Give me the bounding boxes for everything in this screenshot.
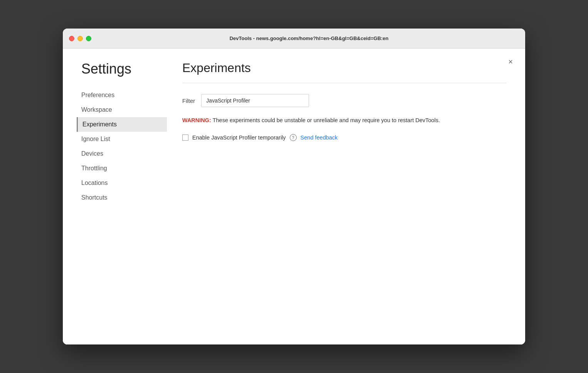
- warning-box: WARNING: These experiments could be unst…: [182, 116, 460, 125]
- sidebar: Settings Preferences Workspace Experimen…: [63, 49, 167, 344]
- close-traffic-light[interactable]: [69, 36, 74, 41]
- sidebar-item-workspace[interactable]: Workspace: [81, 102, 167, 117]
- sidebar-item-experiments[interactable]: Experiments: [77, 117, 167, 132]
- title-bar: DevTools - news.google.com/home?hl=en-GB…: [63, 29, 525, 49]
- experiment-checkbox[interactable]: [182, 134, 188, 141]
- experiment-label: Enable JavaScript Profiler temporarily: [192, 134, 286, 141]
- send-feedback-link[interactable]: Send feedback: [301, 134, 338, 141]
- browser-title: DevTools - news.google.com/home?hl=en-GB…: [99, 35, 519, 41]
- filter-label: Filter: [182, 97, 195, 104]
- filter-row: Filter: [182, 94, 507, 107]
- minimize-traffic-light[interactable]: [77, 36, 83, 41]
- warning-label: WARNING:: [182, 117, 211, 123]
- filter-input[interactable]: [201, 94, 309, 107]
- browser-window: DevTools - news.google.com/home?hl=en-GB…: [63, 29, 525, 344]
- sidebar-item-throttling[interactable]: Throttling: [81, 161, 167, 176]
- settings-title: Settings: [81, 61, 167, 77]
- experiment-row: Enable JavaScript Profiler temporarily ?…: [182, 134, 507, 141]
- section-divider: [182, 83, 507, 83]
- sidebar-item-locations[interactable]: Locations: [81, 176, 167, 190]
- settings-dialog: Settings Preferences Workspace Experimen…: [63, 49, 525, 344]
- sidebar-item-preferences[interactable]: Preferences: [81, 88, 167, 102]
- warning-text: These experiments could be unstable or u…: [213, 117, 440, 123]
- maximize-traffic-light[interactable]: [86, 36, 91, 41]
- sidebar-nav: Preferences Workspace Experiments Ignore…: [81, 88, 167, 205]
- sidebar-item-shortcuts[interactable]: Shortcuts: [81, 190, 167, 205]
- close-button[interactable]: ×: [507, 56, 514, 67]
- section-title: Experiments: [182, 61, 507, 75]
- traffic-lights: [69, 36, 91, 41]
- sidebar-item-devices[interactable]: Devices: [81, 146, 167, 161]
- help-icon[interactable]: ?: [290, 134, 297, 141]
- content-area: Settings Preferences Workspace Experimen…: [63, 49, 525, 344]
- main-content: × Experiments Filter WARNING: These expe…: [167, 49, 525, 344]
- sidebar-item-ignore-list[interactable]: Ignore List: [81, 132, 167, 146]
